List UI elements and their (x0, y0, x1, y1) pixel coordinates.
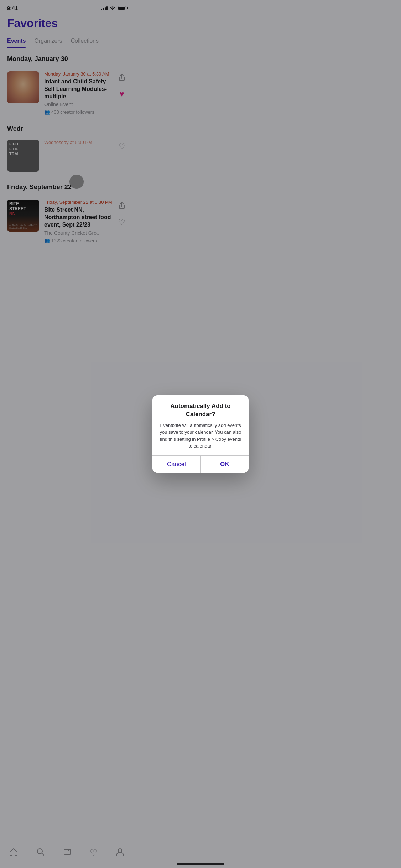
modal-overlay: Automatically Add to Calendar? Eventbrit… (0, 0, 134, 289)
